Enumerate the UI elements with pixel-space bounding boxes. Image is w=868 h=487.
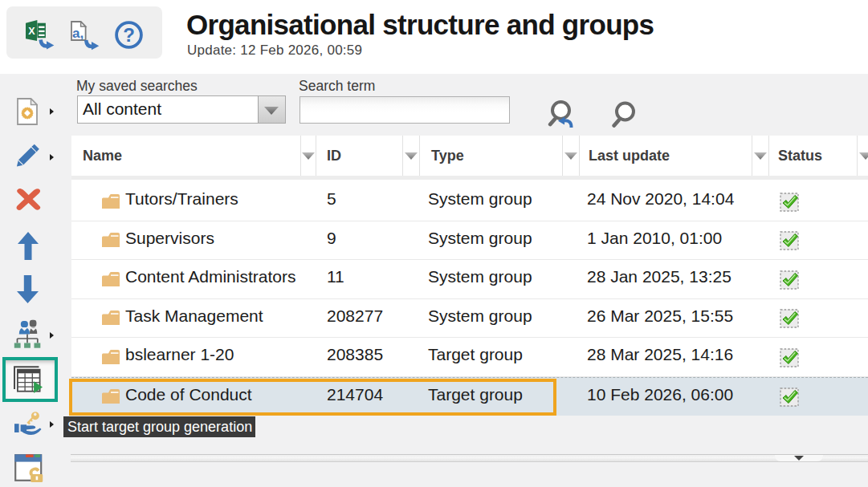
svg-text:?: ? <box>123 24 135 46</box>
svg-text:a,: a, <box>72 26 84 41</box>
svg-text:X: X <box>28 26 35 37</box>
